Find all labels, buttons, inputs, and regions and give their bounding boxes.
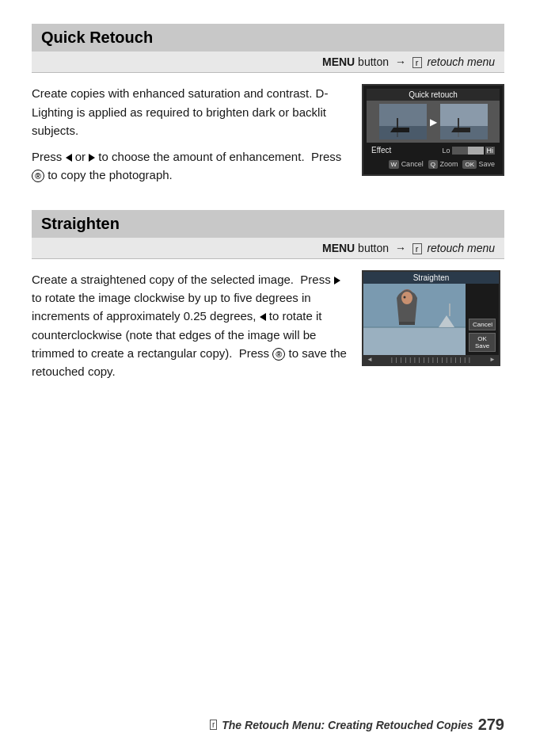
straighten-body: Create a straightened copy of the select…: [32, 270, 349, 381]
str-tri-left-icon: [260, 313, 266, 321]
str-tri-right-icon: [334, 277, 340, 284]
svg-rect-20: [399, 322, 415, 325]
screen-controls-bar: W Cancel Q Zoom OK Save: [367, 158, 500, 171]
tri-right-icon: [89, 154, 95, 162]
str-save-label: Save: [475, 342, 489, 349]
svg-marker-10: [451, 128, 470, 132]
effect-bar: Lo Hi: [442, 147, 495, 155]
quick-retouch-p1: Create copies with enhanced saturation a…: [32, 84, 349, 139]
retouch-menu-label: retouch menu: [427, 55, 495, 68]
quick-retouch-p2: Press or to choose the amount of enhance…: [32, 147, 349, 185]
str-ok-label: OK: [477, 335, 487, 342]
str-bottom-ruler: ◄ | | | | | | | | | | | | | | | | | | ►: [363, 355, 499, 365]
svg-marker-4: [390, 128, 409, 132]
tri-left-icon: [66, 154, 72, 162]
quick-retouch-screen: Quick retouch: [362, 84, 504, 192]
quick-retouch-menu-bar: MENU button → r retouch menu: [32, 52, 504, 73]
cancel-ctrl: W Cancel: [389, 160, 424, 169]
screen-images-row: ▶: [367, 101, 500, 143]
svg-rect-11: [458, 132, 459, 137]
footer-text: The Retouch Menu: Creating Retouched Cop…: [222, 719, 473, 731]
straighten-text: Create a straightened copy of the select…: [32, 270, 349, 389]
ruler-left-marker: ◄: [367, 356, 373, 363]
after-image: [440, 104, 488, 139]
svg-rect-5: [397, 132, 398, 137]
str-screen-title: Straighten: [363, 272, 499, 284]
hi-label: Hi: [485, 147, 496, 155]
straighten-title: Straighten: [41, 215, 120, 232]
before-image: [379, 104, 427, 139]
svg-point-18: [401, 292, 412, 304]
screen-title: Quick retouch: [367, 89, 500, 101]
save-ctrl: OK Save: [462, 160, 495, 169]
effect-fill: [468, 147, 484, 155]
quick-retouch-header: Quick Retouch: [32, 24, 504, 52]
page: Quick Retouch MENU button → r retouch me…: [0, 0, 536, 468]
str-ok-icon: ®: [272, 348, 285, 361]
footer-retouch-icon: r: [210, 720, 217, 730]
svg-point-19: [404, 296, 406, 298]
straighten-menu-arrow: →: [395, 242, 406, 254]
screen-arrow-icon: ▶: [430, 116, 437, 128]
quick-retouch-title: Quick Retouch: [41, 29, 153, 46]
straighten-content: Create a straightened copy of the select…: [32, 270, 504, 389]
quick-retouch-content: Create copies with enhanced saturation a…: [32, 84, 504, 192]
lo-label: Lo: [442, 147, 450, 155]
cancel-icon: W: [389, 160, 400, 169]
straighten-menu-keyword: MENU: [322, 242, 355, 254]
straighten-retouch-menu-label: retouch menu: [427, 242, 495, 254]
retouch-menu-icon: r: [412, 57, 422, 68]
footer-page-number: 279: [478, 716, 504, 734]
str-controls-panel: Cancel OK Save: [466, 284, 499, 355]
ruler-ticks: | | | | | | | | | | | | | | | | | |: [391, 357, 471, 362]
ok-save-icon: OK: [462, 160, 477, 169]
screen-bottom-bar: Effect Lo Hi: [367, 143, 500, 158]
menu-arrow: →: [395, 55, 406, 68]
quick-retouch-text: Create copies with enhanced saturation a…: [32, 84, 349, 192]
svg-rect-16: [449, 304, 450, 316]
menu-keyword: MENU: [322, 55, 355, 68]
quick-retouch-mockup: Quick retouch: [362, 84, 504, 176]
footer: r The Retouch Menu: Creating Retouched C…: [210, 716, 504, 734]
zoom-icon: Q: [428, 160, 438, 169]
str-main-area: Cancel OK Save: [363, 284, 499, 355]
straighten-menu-bar: MENU button → r retouch menu: [32, 238, 504, 259]
str-save-btn[interactable]: OK Save: [469, 333, 496, 352]
str-image-area: [363, 284, 466, 355]
straighten-retouch-icon: r: [412, 243, 422, 254]
straighten-button-label: button: [358, 242, 389, 254]
ruler-right-marker: ►: [489, 356, 496, 363]
svg-rect-13: [363, 327, 466, 355]
straighten-screen: Straighten: [362, 270, 504, 389]
svg-rect-2: [397, 118, 398, 129]
ok-button-icon: ®: [32, 170, 44, 182]
effect-label: Effect: [371, 146, 391, 155]
straighten-illustration: [363, 284, 466, 355]
svg-rect-8: [458, 118, 459, 129]
straighten-mockup: Straighten: [362, 270, 500, 366]
straighten-header: Straighten: [32, 210, 504, 238]
str-cancel-btn[interactable]: Cancel: [469, 319, 496, 330]
effect-slider: [452, 147, 484, 155]
button-label: button: [358, 55, 389, 68]
zoom-ctrl: Q Zoom: [428, 160, 458, 169]
